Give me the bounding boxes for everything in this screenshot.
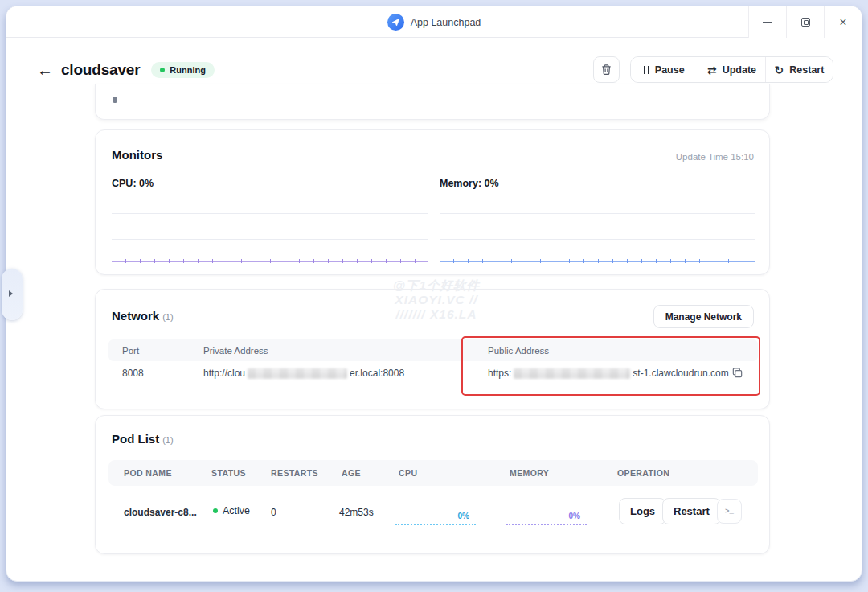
header-actions: Pause ⇄ Update ↻ Restart [593,56,833,83]
pause-icon [644,66,649,74]
age-column-header: AGE [342,468,361,478]
cpu-column-header: CPU [399,468,417,478]
page-header: ← cloudsaver Running Pause ⇄ Update ↻ [37,56,833,83]
minimize-button[interactable] [748,6,786,38]
public-address-prefix: https: [488,368,511,379]
pod-status-dot-icon [213,508,218,513]
pod-name-value: cloudsaver-c8... [124,507,197,518]
network-card: Network(1) Manage Network Port Private A… [95,289,770,409]
restore-button[interactable] [786,6,824,38]
copy-icon [731,367,743,379]
network-title: Network(1) [112,309,174,323]
update-label: Update [723,64,756,76]
window-title: App Launchpad [411,17,481,28]
pod-status-label: Active [223,505,250,516]
port-value: 8008 [122,368,144,379]
pod-restart-button[interactable]: Restart [662,498,721,524]
pod-list-count: (1) [162,435,173,445]
cpu-value: 0% [139,178,154,189]
status-label: Running [170,65,206,75]
memory-metric: Memory: 0% [440,178,499,189]
cpu-metric: CPU: 0% [112,178,154,189]
close-icon: × [839,16,846,29]
minimize-icon [763,22,772,23]
titlebar-center: App Launchpad [6,6,862,38]
update-time-value: 15:10 [731,152,754,162]
pause-label: Pause [655,64,685,76]
cpu-label: CPU: [112,178,137,189]
pod-memory-sparkline: 0% [506,512,587,528]
port-column-header: Port [122,346,139,356]
memory-column-header: MEMORY [510,468,549,478]
trash-icon [600,64,612,76]
public-address-value[interactable]: https: st-1.clawcloudrun.com [488,368,729,379]
status-badge: Running [151,62,215,78]
manage-network-button[interactable]: Manage Network [653,305,754,328]
app-launchpad-icon [387,14,404,31]
scrolled-card-bottom [95,84,770,120]
memory-chart-gridline [440,239,755,240]
pod-table-header: POD NAME STATUS RESTARTS AGE CPU MEMORY … [108,460,758,486]
update-time-label: Update Time [676,152,728,162]
memory-chart-gridline [440,213,755,214]
monitors-title: Monitors [112,148,162,162]
update-button[interactable]: ⇄ Update [698,57,765,82]
memory-chart-line [440,259,755,263]
status-column-header: STATUS [211,468,246,478]
close-button[interactable]: × [824,6,862,38]
public-address-suffix: st-1.clawcloudrun.com [633,368,728,379]
logs-button[interactable]: Logs [619,498,666,524]
restart-label: Restart [789,64,824,76]
terminal-button[interactable]: >_ [717,499,742,524]
restart-icon: ↻ [775,64,784,76]
cpu-chart-gridline [112,239,428,240]
pod-age-value: 42m53s [339,507,374,518]
memory-label: Memory: [440,178,481,189]
memory-value: 0% [485,178,499,189]
back-button[interactable]: ← [37,62,53,78]
monitors-update-time: Update Time 15:10 [676,152,754,162]
window-controls: × [748,6,862,38]
redacted-private-address [248,368,347,379]
network-count: (1) [162,312,173,322]
pod-status: Active [213,505,250,516]
pod-memory-value: 0% [569,512,580,520]
restarts-column-header: RESTARTS [271,468,318,478]
pod-name-column-header: POD NAME [124,468,172,478]
cpu-chart-line [112,259,428,263]
private-address-prefix: http://clou [203,368,245,379]
expand-arrow-icon [9,290,13,297]
pod-cpu-sparkline: 0% [395,512,476,528]
titlebar[interactable]: App Launchpad × [6,6,862,38]
pod-list-card: Pod List(1) POD NAME STATUS RESTARTS AGE… [95,415,770,554]
network-table-header: Port Private Address Public Address [108,339,758,361]
private-address-column-header: Private Address [203,346,268,356]
restart-button[interactable]: ↻ Restart [765,57,833,82]
monitors-card: Monitors Update Time 15:10 CPU: 0% Memor… [95,130,770,275]
public-address-column-header: Public Address [488,346,549,356]
private-address-suffix: er.local:8008 [350,368,404,379]
private-address-value: http://clou er.local:8008 [203,368,404,379]
restore-icon [801,18,810,27]
pod-cpu-value: 0% [458,512,469,520]
pod-cpu-line [395,524,476,525]
copy-address-button[interactable] [729,364,745,380]
pod-list-title: Pod List(1) [112,432,174,446]
pod-memory-line [506,524,587,525]
update-icon: ⇄ [707,64,717,76]
page-title: cloudsaver [61,61,140,79]
app-action-group: Pause ⇄ Update ↻ Restart [630,56,833,83]
truncated-content-glyph [113,97,117,103]
status-dot-icon [160,68,165,72]
app-launchpad-window: App Launchpad × ← cloudsaver Running Pau… [6,6,862,582]
cpu-chart-gridline [112,213,428,214]
sidebar-expand-handle[interactable] [2,269,23,320]
operation-column-header: OPERATION [617,468,669,478]
redacted-public-address [514,368,630,379]
pod-restarts-value: 0 [271,507,276,518]
pause-button[interactable]: Pause [631,57,698,82]
delete-button[interactable] [593,56,620,83]
